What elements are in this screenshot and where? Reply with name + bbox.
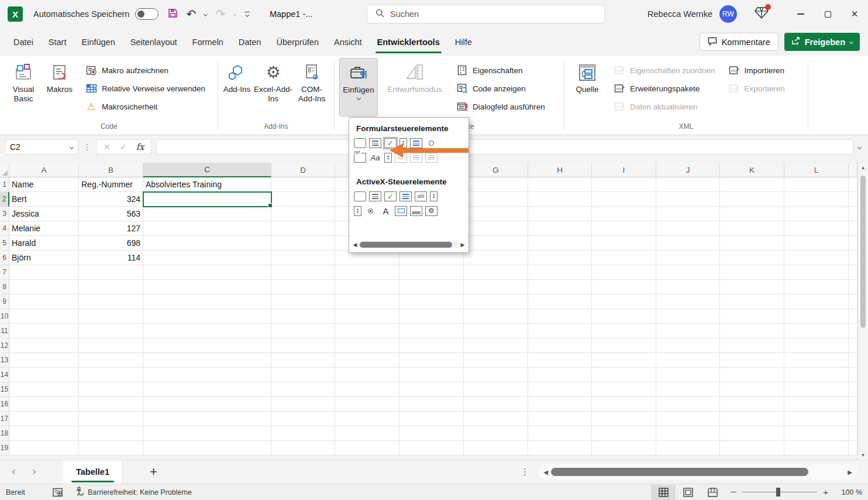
scroll-left-icon[interactable]: ◀ <box>542 469 550 475</box>
cell-A7[interactable] <box>9 265 79 280</box>
cell-D1[interactable] <box>271 177 335 192</box>
activex-more-controls-icon[interactable]: ⚙ <box>425 206 438 216</box>
excel-addins-button[interactable]: ⚙ Excel-Add-Ins <box>253 58 293 122</box>
cell-J14[interactable] <box>656 368 720 382</box>
cell-F17[interactable] <box>399 412 464 426</box>
cell-B6[interactable]: 114 <box>79 251 143 265</box>
cell-I3[interactable] <box>592 207 656 221</box>
cell-B18[interactable] <box>79 426 143 441</box>
vertical-scrollbar[interactable]: ▲ ▼ <box>857 163 868 460</box>
cell-H14[interactable] <box>528 368 592 382</box>
share-button[interactable]: Freigeben <box>784 33 860 51</box>
row-header-7[interactable]: 7 <box>0 265 9 280</box>
save-icon[interactable] <box>168 8 178 20</box>
add-sheet-button[interactable]: + <box>150 464 157 480</box>
cell-E16[interactable] <box>335 397 399 412</box>
form-text-field-control-icon[interactable]: abl <box>395 153 407 163</box>
form-button-control-icon[interactable] <box>354 138 366 148</box>
cell-B8[interactable] <box>79 280 143 294</box>
properties-button[interactable]: Eigenschaften <box>454 63 547 78</box>
cell-H18[interactable] <box>528 426 592 441</box>
cell-K10[interactable] <box>720 309 784 324</box>
makros-button[interactable]: Makros <box>42 58 77 122</box>
cell-L2[interactable] <box>784 192 849 207</box>
cell-A18[interactable] <box>9 426 79 441</box>
cell-L19[interactable] <box>784 441 849 456</box>
cell-partial-4[interactable] <box>849 221 857 236</box>
cell-F13[interactable] <box>399 353 464 368</box>
cell-E9[interactable] <box>335 294 399 309</box>
cell-K14[interactable] <box>720 368 784 382</box>
close-button[interactable]: ✕ <box>841 0 868 28</box>
cell-D17[interactable] <box>271 412 335 426</box>
cell-A3[interactable]: Jessica <box>9 207 79 221</box>
cell-D4[interactable] <box>271 221 335 236</box>
activex-image-control-icon[interactable] <box>395 206 407 216</box>
form-combo-drop-down-edit-control-icon[interactable] <box>425 153 438 163</box>
row-header-16[interactable]: 16 <box>0 397 9 412</box>
redo-button[interactable]: ↷ <box>215 7 225 21</box>
cell-H8[interactable] <box>528 280 592 294</box>
cell-G6[interactable] <box>464 251 528 265</box>
name-box[interactable]: C2 <box>5 139 78 155</box>
cell-C16[interactable] <box>143 397 271 412</box>
activex-list-box-control-icon[interactable] <box>399 191 412 201</box>
cell-F18[interactable] <box>399 426 464 441</box>
cell-K19[interactable] <box>720 441 784 456</box>
cell-F7[interactable] <box>399 265 464 280</box>
zoom-level[interactable]: 100 % <box>832 488 862 496</box>
row-header-14[interactable]: 14 <box>0 368 9 382</box>
cell-D16[interactable] <box>271 397 335 412</box>
row-header-15[interactable]: 15 <box>0 382 9 397</box>
xml-2[interactable]: <o>Daten aktualisieren <box>611 99 718 114</box>
cell-L4[interactable] <box>784 221 849 236</box>
form-spin-button-control-icon[interactable]: ▴▾ <box>399 138 407 148</box>
cell-L17[interactable] <box>784 412 849 426</box>
cell-I9[interactable] <box>592 294 656 309</box>
vertical-scroll-thumb[interactable] <box>860 176 866 328</box>
cell-B14[interactable] <box>79 368 143 382</box>
cell-H9[interactable] <box>528 294 592 309</box>
cell-D19[interactable] <box>271 441 335 456</box>
cell-L16[interactable] <box>784 397 849 412</box>
tab-ansicht[interactable]: Ansicht <box>326 28 370 56</box>
cell-E7[interactable] <box>335 265 399 280</box>
cell-D11[interactable] <box>271 324 335 338</box>
row-header-18[interactable]: 18 <box>0 426 9 441</box>
cell-L12[interactable] <box>784 338 849 353</box>
row-header-2[interactable]: 2 <box>0 192 9 207</box>
cell-J18[interactable] <box>656 426 720 441</box>
cell-I11[interactable] <box>592 324 656 338</box>
cell-B1[interactable]: Reg.-Nummer <box>79 177 143 192</box>
cell-partial-16[interactable] <box>849 397 857 412</box>
cell-E10[interactable] <box>335 309 399 324</box>
cell-J1[interactable] <box>656 177 720 192</box>
insert-controls-button[interactable]: Einfügen <box>339 58 378 117</box>
cell-K15[interactable] <box>720 382 784 397</box>
cell-H19[interactable] <box>528 441 592 456</box>
cell-A2[interactable]: Bert <box>9 192 79 207</box>
premium-gem-icon[interactable] <box>755 6 769 22</box>
cell-D14[interactable] <box>271 368 335 382</box>
cell-L15[interactable] <box>784 382 849 397</box>
macro-security-button[interactable]: ⚠ Makrosicherheit <box>83 99 208 114</box>
form-option-button-control-icon[interactable] <box>425 138 438 148</box>
cell-G12[interactable] <box>464 338 528 353</box>
cell-C3[interactable] <box>143 207 271 221</box>
scroll-up-icon[interactable]: ▲ <box>858 163 868 172</box>
cell-H13[interactable] <box>528 353 592 368</box>
tab-einfügen[interactable]: Einfügen <box>74 28 122 56</box>
cell-I8[interactable] <box>592 280 656 294</box>
comments-button[interactable]: Kommentare <box>700 33 779 51</box>
cell-K3[interactable] <box>720 207 784 221</box>
cell-L18[interactable] <box>784 426 849 441</box>
cell-K18[interactable] <box>720 426 784 441</box>
cell-partial-8[interactable] <box>849 280 857 294</box>
row-header-12[interactable]: 12 <box>0 338 9 353</box>
cell-B12[interactable] <box>79 338 143 353</box>
cell-A10[interactable] <box>9 309 79 324</box>
cell-J9[interactable] <box>656 294 720 309</box>
accessibility-status[interactable]: Barrierefreiheit: Keine Probleme <box>75 487 192 498</box>
column-header-A[interactable]: A <box>9 163 79 177</box>
cell-partial-6[interactable] <box>849 251 857 265</box>
